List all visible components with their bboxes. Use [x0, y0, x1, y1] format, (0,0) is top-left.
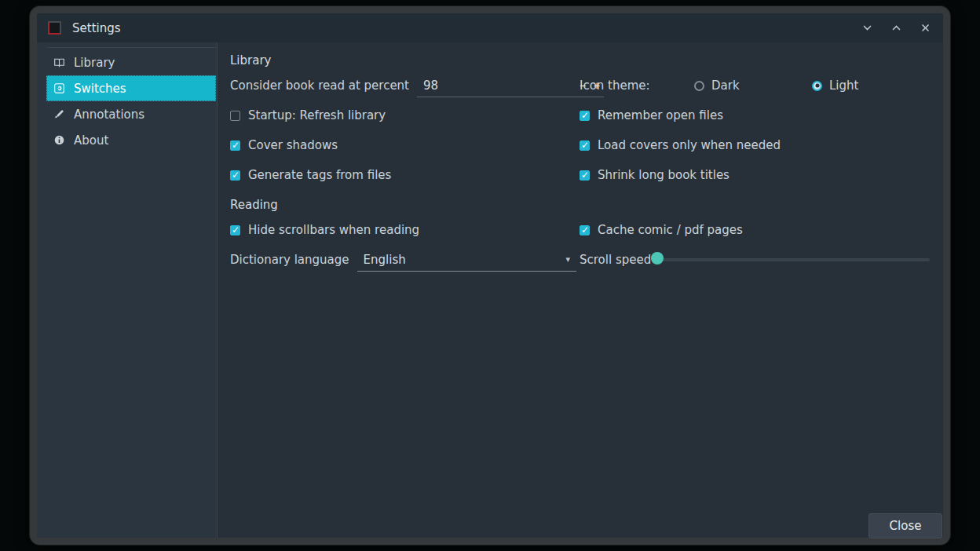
- checkbox-label: Hide scrollbars when reading: [248, 223, 419, 237]
- checkbox-label: Cover shadows: [248, 138, 338, 152]
- checkbox-cache-pages[interactable]: Cache comic / pdf pages: [580, 223, 743, 237]
- checkbox[interactable]: [230, 225, 240, 235]
- consider-read-spinbox[interactable]: − +: [417, 74, 604, 97]
- sidebar: Library Switches: [37, 42, 218, 538]
- checkbox-startup-refresh[interactable]: Startup: Refresh library: [230, 108, 386, 122]
- minimize-icon[interactable]: [862, 23, 872, 33]
- dictionary-dropdown[interactable]: English ▾: [357, 248, 576, 272]
- sidebar-item-label: Library: [74, 56, 115, 70]
- dropdown-value: English: [357, 253, 406, 267]
- titlebar[interactable]: Settings: [37, 13, 943, 42]
- icon-theme-row: Icon theme: Dark Light: [576, 71, 930, 100]
- book-icon: [53, 57, 65, 68]
- consider-read-input[interactable]: [417, 78, 576, 93]
- sidebar-item-about[interactable]: About: [46, 127, 216, 153]
- checkbox-load-covers[interactable]: Load covers only when needed: [580, 138, 781, 152]
- checkbox-remember-open-files[interactable]: Remember open files: [580, 108, 723, 122]
- settings-window: Settings: [30, 6, 950, 545]
- pen-icon: [53, 108, 65, 120]
- sidebar-item-label: Switches: [74, 82, 126, 96]
- reading-section-header: Reading: [227, 195, 930, 215]
- spin-plus-button[interactable]: +: [590, 76, 604, 95]
- radio-dark[interactable]: [694, 81, 704, 91]
- settings-panel: Library Consider book read at percent − …: [218, 42, 943, 538]
- gear-icon: [53, 82, 65, 94]
- dictionary-row: Dictionary language English ▾: [227, 245, 576, 275]
- checkbox[interactable]: [580, 170, 590, 181]
- sidebar-item-library[interactable]: Library: [46, 49, 216, 75]
- sidebar-item-switches[interactable]: Switches: [46, 75, 216, 101]
- consider-read-row: Consider book read at percent − +: [227, 71, 576, 100]
- checkbox-cover-shadows[interactable]: Cover shadows: [230, 138, 338, 152]
- maximize-icon[interactable]: [891, 23, 901, 33]
- dictionary-label: Dictionary language: [230, 253, 349, 267]
- checkbox-label: Load covers only when needed: [598, 138, 781, 152]
- checkbox[interactable]: [580, 140, 590, 151]
- checkbox-label: Startup: Refresh library: [248, 108, 386, 122]
- checkbox[interactable]: [230, 140, 240, 151]
- scroll-speed-label: Scroll speed: [580, 253, 651, 267]
- close-button[interactable]: Close: [868, 513, 942, 538]
- window-inner: Settings: [37, 13, 943, 538]
- radio-option-light[interactable]: Light: [812, 78, 930, 93]
- sidebar-list: Library Switches: [46, 47, 216, 153]
- slider-handle[interactable]: [651, 252, 664, 265]
- close-icon[interactable]: [920, 23, 931, 33]
- checkbox-label: Shrink long book titles: [598, 168, 730, 182]
- checkbox[interactable]: [580, 225, 590, 235]
- consider-read-label: Consider book read at percent: [230, 78, 409, 93]
- library-section-header: Library: [227, 50, 930, 71]
- checkbox-generate-tags[interactable]: Generate tags from files: [230, 168, 391, 182]
- radio-dark-label: Dark: [711, 78, 740, 93]
- body: Library Switches: [37, 42, 943, 538]
- checkbox[interactable]: [230, 170, 240, 181]
- radio-light[interactable]: [812, 81, 822, 91]
- spin-minus-button[interactable]: −: [576, 76, 590, 95]
- sidebar-item-label: About: [74, 133, 108, 148]
- info-icon: [53, 134, 65, 146]
- scroll-speed-row: Scroll speed: [576, 245, 930, 275]
- checkbox-label: Remember open files: [598, 108, 723, 122]
- radio-light-label: Light: [829, 78, 858, 93]
- checkbox-label: Cache comic / pdf pages: [598, 223, 743, 237]
- checkbox[interactable]: [230, 111, 240, 121]
- scroll-speed-slider[interactable]: [657, 258, 930, 261]
- window-title: Settings: [72, 21, 121, 35]
- window-controls: [862, 23, 931, 33]
- radio-option-dark[interactable]: Dark: [694, 78, 812, 93]
- app-logo-icon: [48, 21, 61, 35]
- checkbox-shrink-titles[interactable]: Shrink long book titles: [580, 168, 730, 182]
- chevron-down-icon: ▾: [565, 254, 570, 265]
- checkbox[interactable]: [580, 111, 590, 121]
- checkbox-label: Generate tags from files: [248, 168, 391, 182]
- sidebar-item-label: Annotations: [74, 108, 144, 122]
- checkbox-hide-scrollbars[interactable]: Hide scrollbars when reading: [230, 223, 419, 237]
- sidebar-item-annotations[interactable]: Annotations: [46, 101, 216, 127]
